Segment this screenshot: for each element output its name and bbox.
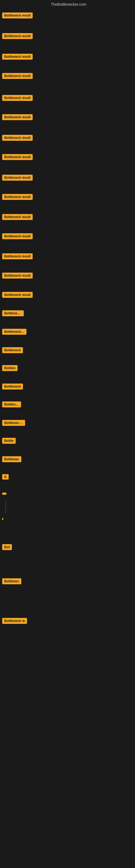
list-item: Bot bbox=[2, 527, 135, 557]
list-item: Bottleneck result bbox=[2, 285, 135, 304]
list-item: Bottlenec bbox=[2, 396, 135, 414]
bottleneck-badge[interactable]: Bottlenec bbox=[2, 456, 21, 462]
list-item: Bottleneck result bbox=[2, 127, 135, 147]
bottleneck-badge[interactable]: Bottleneck result bbox=[2, 154, 33, 160]
list-item: Bottle bbox=[2, 432, 135, 450]
list-item: Bottleneck result bbox=[2, 226, 135, 246]
bottleneck-badge[interactable]: Bottleneck re bbox=[2, 420, 25, 426]
bottleneck-badge[interactable]: Bottleneck result bbox=[2, 95, 33, 101]
bottleneck-badge[interactable]: Bottleneck result bbox=[2, 292, 33, 298]
bottleneck-badge[interactable]: Bottleneck r bbox=[2, 310, 24, 316]
bottleneck-badge[interactable]: Bot bbox=[2, 544, 12, 550]
list-item: Bottleneck resu bbox=[2, 323, 135, 341]
bottleneck-badge[interactable]: B bbox=[2, 474, 9, 479]
list-item: Bottleneck result bbox=[2, 147, 135, 166]
list-item: Bottleneck result bbox=[2, 266, 135, 285]
bottleneck-badge[interactable] bbox=[2, 493, 6, 495]
bottleneck-badge[interactable]: Bottle bbox=[2, 438, 16, 444]
bottleneck-badge[interactable]: Bottleneck result bbox=[2, 12, 33, 19]
list-item: Bottleneck re bbox=[2, 414, 135, 432]
bottleneck-badge[interactable]: Bottleneck bbox=[2, 347, 23, 353]
list-item: Bottleneck result bbox=[2, 107, 135, 127]
list-item: Bottlenec bbox=[2, 450, 135, 469]
bottleneck-badge[interactable]: Bottleneck resu bbox=[2, 329, 27, 335]
list-item: Bottleneck result bbox=[2, 246, 135, 266]
bottleneck-badge[interactable]: Bottlenec bbox=[2, 578, 21, 584]
bottleneck-badge[interactable]: Bottleneck result bbox=[2, 73, 33, 79]
bottleneck-badge[interactable]: Bottleneck result bbox=[2, 54, 33, 60]
list-item: Bottleneck result bbox=[2, 86, 135, 107]
list-item: Bottlen bbox=[2, 360, 135, 378]
bottleneck-badge[interactable] bbox=[2, 518, 3, 520]
list-item: Bottleneck result bbox=[2, 166, 135, 187]
list-item: Bottleneck re bbox=[2, 591, 135, 630]
list-item: Bottleneck result bbox=[2, 187, 135, 207]
bottleneck-badge[interactable]: Bottleneck result bbox=[2, 214, 33, 220]
list-item: Bottleneck result bbox=[2, 25, 135, 45]
list-item: Bottlenec bbox=[2, 557, 135, 591]
list-item: Bottleneck result bbox=[2, 45, 135, 66]
bottleneck-badge[interactable]: Bottlen bbox=[2, 365, 17, 371]
list-item: Bottleneck result bbox=[2, 207, 135, 226]
list-item bbox=[2, 501, 135, 527]
list-item: Bottleneck bbox=[2, 341, 135, 360]
bottleneck-badge[interactable]: Bottleneck result bbox=[2, 233, 33, 239]
list-item: Bottleneck bbox=[2, 378, 135, 396]
list-item bbox=[2, 486, 135, 501]
list-item: B bbox=[2, 469, 135, 486]
bottleneck-badge[interactable]: Bottleneck result bbox=[2, 194, 33, 200]
bottleneck-badge[interactable]: Bottleneck bbox=[2, 383, 23, 390]
bottleneck-badge[interactable]: Bottleneck re bbox=[2, 618, 27, 624]
bottleneck-badge[interactable]: Bottlenec bbox=[2, 401, 21, 407]
bottleneck-badge[interactable]: Bottleneck result bbox=[2, 33, 33, 39]
list-item: Bottleneck result bbox=[2, 66, 135, 86]
bottleneck-badge[interactable]: Bottleneck result bbox=[2, 273, 33, 279]
list-item: Bottleneck r bbox=[2, 304, 135, 323]
bottleneck-badge[interactable]: Bottleneck result bbox=[2, 135, 33, 141]
bottleneck-badge[interactable]: Bottleneck result bbox=[2, 253, 33, 259]
list-item: Bottleneck result bbox=[2, 10, 135, 25]
site-title: TheBottlenecker.com bbox=[2, 0, 135, 10]
vertical-line-indicator bbox=[5, 501, 6, 514]
bottleneck-badge[interactable]: Bottleneck result bbox=[2, 175, 33, 181]
bottleneck-badge[interactable]: Bottleneck result bbox=[2, 114, 33, 120]
